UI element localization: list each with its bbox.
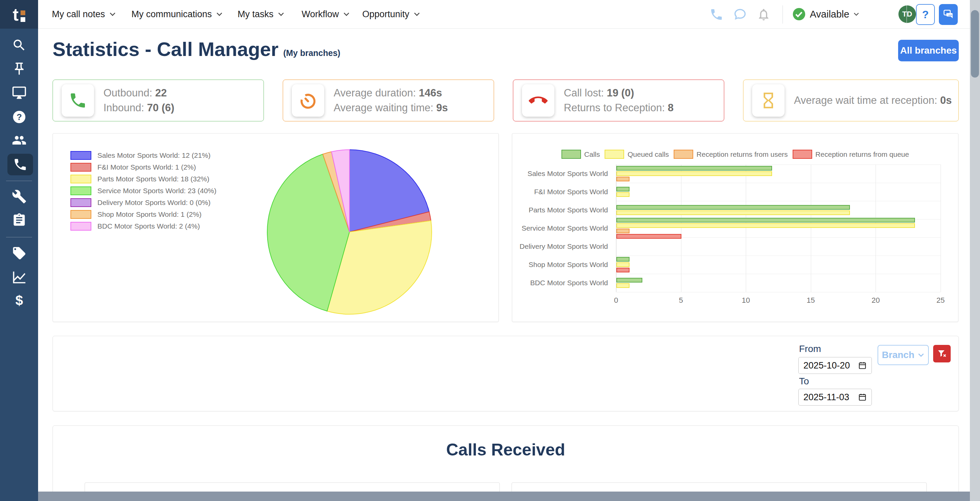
stat-returns-reception: Returns to Reception: 8 bbox=[564, 102, 674, 114]
legend-swatch bbox=[605, 150, 624, 159]
bar-category-label: Shop Motor Sports World bbox=[512, 255, 608, 274]
stat-inbound: Inbound: 70 (6) bbox=[103, 102, 174, 114]
nav-my-tasks[interactable]: My tasks bbox=[238, 0, 285, 28]
stat-card-wait: Average wait time at reception: 0s bbox=[743, 80, 959, 121]
pie-legend-item[interactable]: Delivery Motor Sports World: 0 (0%) bbox=[70, 198, 216, 207]
pie-legend-item[interactable]: Sales Motor Sports World: 12 (21%) bbox=[70, 151, 216, 160]
bar-legend-item[interactable]: Queued calls bbox=[605, 150, 669, 159]
from-date-input[interactable]: 2025-10-20 bbox=[799, 357, 872, 374]
pie-legend: Sales Motor Sports World: 12 (21%)F&I Mo… bbox=[70, 151, 216, 231]
pie-legend-item[interactable]: Service Motor Sports World: 23 (40%) bbox=[70, 187, 216, 195]
nav-my-communications[interactable]: My communications bbox=[131, 0, 223, 28]
clear-filter-button[interactable] bbox=[933, 345, 951, 362]
pie-legend-item[interactable]: Shop Motor Sports World: 1 (2%) bbox=[70, 210, 216, 219]
chat-icon[interactable] bbox=[733, 7, 747, 22]
bar[interactable] bbox=[616, 234, 681, 239]
bar[interactable] bbox=[616, 211, 850, 215]
horizontal-scrollbar[interactable] bbox=[38, 491, 970, 501]
help-button[interactable]: ? bbox=[916, 4, 935, 25]
pie-legend-item[interactable]: BDC Motor Sports World: 2 (4%) bbox=[70, 222, 216, 231]
vertical-scrollbar[interactable] bbox=[970, 0, 980, 501]
chevron-down-icon bbox=[414, 11, 420, 18]
timer-icon bbox=[292, 84, 324, 116]
stat-outbound: Outbound: 22 bbox=[103, 87, 174, 99]
bar[interactable] bbox=[616, 268, 630, 273]
bar[interactable] bbox=[616, 192, 630, 197]
bar[interactable] bbox=[616, 283, 630, 288]
bar-category-label: Service Motor Sports World bbox=[512, 219, 608, 237]
sidebar-item-pin[interactable] bbox=[0, 58, 38, 80]
sidebar-item-billing[interactable]: $ bbox=[0, 290, 38, 311]
calendar-icon[interactable] bbox=[858, 393, 867, 402]
messages-button[interactable] bbox=[939, 4, 958, 25]
page-title: Statistics - Call Manager(My branches) bbox=[52, 38, 340, 61]
nav-workflow[interactable]: Workflow bbox=[302, 0, 350, 28]
bar[interactable] bbox=[616, 278, 642, 282]
bar[interactable] bbox=[616, 171, 772, 176]
bar[interactable] bbox=[616, 205, 850, 210]
legend-label: Shop Motor Sports World: 1 (2%) bbox=[97, 211, 202, 219]
help-circle-icon: ? bbox=[12, 110, 27, 124]
sidebar-item-tags[interactable] bbox=[0, 243, 38, 264]
x-tick-label: 25 bbox=[931, 296, 951, 305]
chart-line-icon bbox=[12, 270, 27, 284]
bar[interactable] bbox=[616, 187, 630, 191]
gridline bbox=[616, 183, 940, 183]
check-circle-icon bbox=[792, 7, 806, 21]
sidebar-item-tasks[interactable] bbox=[0, 209, 38, 231]
bar-legend-item[interactable]: Reception returns from users bbox=[674, 150, 788, 159]
gridline bbox=[616, 164, 940, 165]
to-date-input[interactable]: 2025-11-03 bbox=[799, 389, 872, 405]
stat-avg-waiting: Average waiting time: 9s bbox=[334, 102, 448, 114]
legend-label: F&I Motor Sports World: 1 (2%) bbox=[97, 163, 196, 171]
legend-swatch bbox=[70, 187, 91, 195]
sidebar-item-statistics[interactable] bbox=[0, 266, 38, 288]
sidebar-item-help[interactable]: ? bbox=[0, 106, 38, 128]
sidebar-item-call-manager[interactable] bbox=[7, 154, 33, 176]
nav-opportunity[interactable]: Opportunity bbox=[362, 0, 420, 28]
bar[interactable] bbox=[616, 257, 630, 262]
pie-legend-item[interactable]: Parts Motor Sports World: 18 (32%) bbox=[70, 175, 216, 183]
calendar-icon[interactable] bbox=[858, 361, 867, 370]
gridline bbox=[616, 201, 940, 201]
stat-wait-reception: Average wait time at reception: 0s bbox=[794, 94, 952, 107]
bar[interactable] bbox=[616, 218, 915, 222]
vertical-scrollbar-thumb[interactable] bbox=[971, 10, 979, 78]
bar[interactable] bbox=[616, 177, 630, 181]
stat-call-lost: Call lost: 19 (0) bbox=[564, 87, 674, 99]
branch-dropdown-button[interactable]: Branch bbox=[878, 345, 929, 365]
bar-chart-card: CallsQueued callsReception returns from … bbox=[512, 133, 958, 322]
wrench-icon bbox=[12, 189, 27, 204]
bar-legend-item[interactable]: Calls bbox=[562, 150, 600, 159]
top-bar: My call notes My communications My tasks… bbox=[38, 0, 970, 29]
phone-down-icon bbox=[522, 84, 554, 116]
stat-card-lost: Call lost: 19 (0) Returns to Reception: … bbox=[513, 80, 724, 121]
app-logo[interactable]: t bbox=[0, 0, 38, 29]
legend-swatch bbox=[70, 222, 91, 231]
sidebar-item-search[interactable] bbox=[0, 34, 38, 56]
phone-icon[interactable] bbox=[710, 7, 724, 22]
sidebar-item-desktop[interactable] bbox=[0, 82, 38, 104]
sidebar-item-tools[interactable] bbox=[0, 186, 38, 207]
hourglass-icon bbox=[752, 84, 784, 116]
all-branches-button[interactable]: All branches bbox=[898, 40, 959, 61]
bell-icon[interactable] bbox=[757, 7, 771, 22]
gridline bbox=[616, 292, 940, 292]
nav-label: Workflow bbox=[302, 9, 339, 19]
chevron-down-icon bbox=[109, 11, 116, 18]
bar[interactable] bbox=[616, 262, 630, 267]
stat-card-duration: Average duration: 146s Average waiting t… bbox=[283, 80, 494, 121]
presence-status[interactable]: Available bbox=[792, 0, 859, 28]
sidebar-item-users[interactable] bbox=[0, 129, 38, 151]
toolbar-divider bbox=[783, 5, 783, 24]
bar-category-label: Delivery Motor Sports World bbox=[512, 237, 608, 255]
pie-legend-item[interactable]: F&I Motor Sports World: 1 (2%) bbox=[70, 163, 216, 172]
bar[interactable] bbox=[616, 223, 915, 228]
gridline bbox=[616, 164, 616, 292]
bar-legend-item[interactable]: Reception returns from queue bbox=[792, 150, 909, 159]
bar[interactable] bbox=[616, 228, 630, 233]
nav-my-call-notes[interactable]: My call notes bbox=[52, 0, 116, 28]
legend-label: Reception returns from users bbox=[697, 150, 788, 158]
bar[interactable] bbox=[616, 166, 772, 171]
page-title-text: Statistics - Call Manager bbox=[52, 38, 278, 60]
